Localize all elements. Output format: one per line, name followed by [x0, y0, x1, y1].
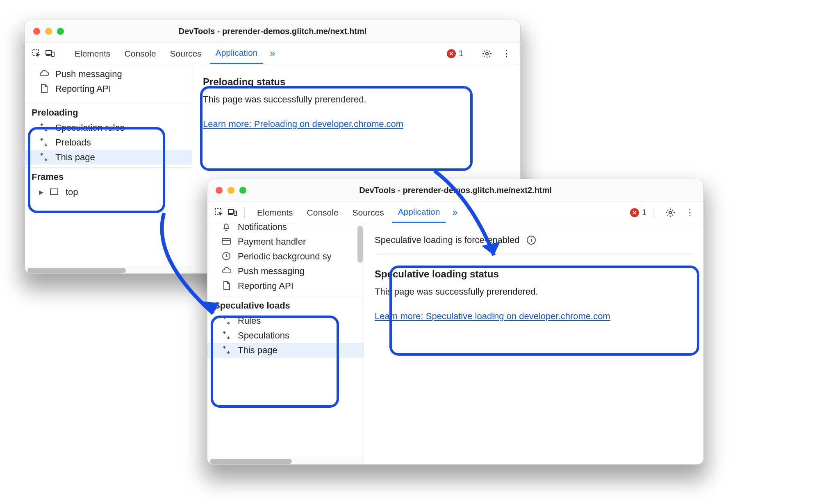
window-title: DevTools - prerender-demos.glitch.me/nex… [207, 186, 703, 195]
disclosure-triangle-icon[interactable]: ▸ [39, 187, 43, 198]
updown-icon [221, 345, 232, 356]
gear-icon[interactable] [665, 207, 676, 218]
learn-more-link[interactable]: Learn more: Preloading on developer.chro… [203, 117, 403, 131]
device-toggle-icon[interactable] [45, 48, 55, 59]
sidebar-group-preloading[interactable]: Preloading [25, 103, 192, 120]
kebab-menu-icon[interactable]: ⋮ [500, 48, 514, 59]
gear-icon[interactable] [482, 48, 492, 59]
horizontal-scrollbar[interactable] [25, 267, 192, 273]
updown-icon [39, 137, 50, 148]
sidebar-item-speculations[interactable]: Speculations [207, 328, 364, 343]
error-icon: ✕ [630, 208, 639, 217]
window-title: DevTools - prerender-demos.glitch.me/nex… [25, 27, 520, 36]
bell-icon [221, 223, 232, 232]
sidebar-item-notifications[interactable]: Notifications [207, 223, 364, 234]
sidebar-item-push-messaging[interactable]: Push messaging [25, 67, 192, 82]
devtools-toolbar: Elements Console Sources Application » ✕… [25, 43, 520, 64]
error-badge[interactable]: ✕ 1 [630, 208, 646, 217]
sidebar-group-frames[interactable]: Frames [25, 167, 192, 185]
sidebar-item-periodic-background-sync[interactable]: Periodic background sy [207, 249, 364, 264]
more-tabs-icon[interactable]: » [448, 207, 462, 218]
titlebar[interactable]: DevTools - prerender-demos.glitch.me/nex… [207, 179, 703, 202]
info-icon[interactable]: i [527, 236, 536, 245]
sidebar-item-reporting-api[interactable]: Reporting API [25, 82, 192, 96]
tab-console[interactable]: Console [119, 43, 162, 64]
clock-icon [221, 251, 232, 262]
more-tabs-icon[interactable]: » [266, 48, 279, 59]
devtools-toolbar: Elements Console Sources Application » ✕… [207, 202, 703, 223]
error-icon: ✕ [447, 49, 456, 58]
tab-application[interactable]: Application [392, 202, 446, 223]
sidebar-item-this-page[interactable]: This page [207, 343, 364, 358]
content-pane: Speculative loading is force-enabled i S… [364, 223, 703, 464]
updown-icon [39, 152, 50, 163]
sidebar-group-speculative-loads[interactable]: Speculative loads [207, 296, 364, 313]
speculative-loading-status-text: This page was successfully prerendered. [375, 285, 693, 299]
inspect-icon[interactable] [32, 48, 42, 59]
application-sidebar: Notifications Payment handler Periodic b… [207, 223, 364, 464]
updown-icon [221, 330, 232, 341]
kebab-menu-icon[interactable]: ⋮ [683, 207, 697, 218]
sidebar-item-speculation-rules[interactable]: Speculation rules [25, 120, 192, 135]
inspect-icon[interactable] [214, 207, 225, 218]
learn-more-link[interactable]: Learn more: Speculative loading on devel… [375, 309, 610, 323]
updown-icon [39, 123, 50, 133]
tab-application[interactable]: Application [210, 43, 264, 64]
horizontal-scrollbar[interactable] [207, 458, 364, 464]
updown-icon [221, 316, 232, 326]
sidebar-item-preloads[interactable]: Preloads [25, 135, 192, 150]
card-icon [221, 236, 232, 247]
tab-elements[interactable]: Elements [69, 43, 116, 64]
sidebar-item-this-page[interactable]: This page [25, 150, 192, 165]
frame-icon [49, 187, 60, 198]
sidebar-item-push-messaging[interactable]: Push messaging [207, 264, 364, 279]
device-toggle-icon[interactable] [227, 207, 238, 218]
speculative-loading-status-heading: Speculative loading status [375, 266, 693, 282]
document-icon [221, 281, 232, 291]
cloud-icon [39, 69, 50, 79]
sidebar-item-rules[interactable]: Rules [207, 313, 364, 328]
titlebar[interactable]: DevTools - prerender-demos.glitch.me/nex… [25, 20, 520, 43]
tab-sources[interactable]: Sources [164, 43, 207, 64]
devtools-window-2: DevTools - prerender-demos.glitch.me/nex… [207, 179, 704, 465]
preloading-status-heading: Preloading status [203, 74, 510, 89]
speculative-loading-banner: Speculative loading is force-enabled i [375, 233, 693, 255]
vertical-scrollbar[interactable] [357, 226, 363, 263]
sidebar-item-payment-handler[interactable]: Payment handler [207, 234, 364, 249]
tab-console[interactable]: Console [301, 202, 344, 223]
document-icon [39, 84, 50, 94]
sidebar-item-top-frame[interactable]: ▸top [25, 185, 192, 200]
cloud-icon [221, 266, 232, 277]
sidebar-item-reporting-api[interactable]: Reporting API [207, 279, 364, 293]
tab-sources[interactable]: Sources [347, 202, 390, 223]
application-sidebar: Push messaging Reporting API Preloading … [25, 64, 192, 273]
preloading-status-text: This page was successfully prerendered. [203, 93, 510, 107]
error-badge[interactable]: ✕ 1 [447, 49, 463, 58]
tab-elements[interactable]: Elements [251, 202, 299, 223]
